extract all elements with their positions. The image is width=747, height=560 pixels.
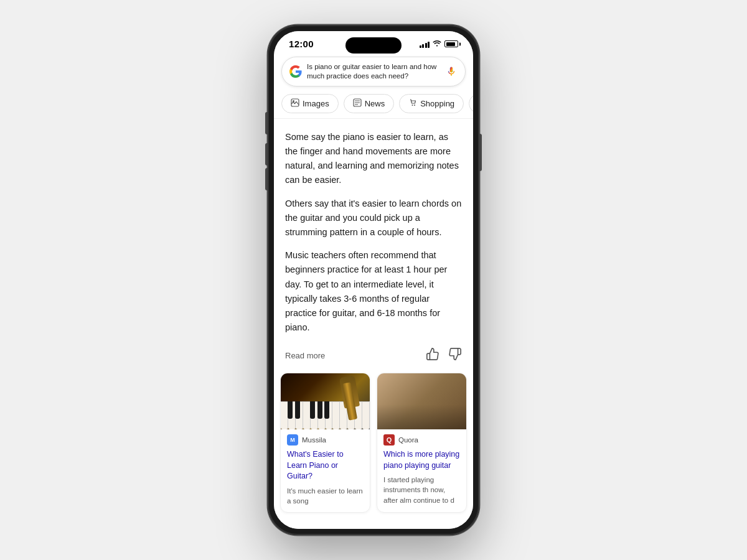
chip-news[interactable]: News [344,94,395,113]
search-bar[interactable]: Is piano or guitar easier to learn and h… [281,57,466,86]
wifi-icon [433,39,441,49]
battery-icon [444,40,458,47]
phone-screen: 12:00 [274,31,473,529]
card-mussila[interactable]: M Mussila What's Easier to Learn Piano o… [280,373,370,513]
phone-mockup: 12:00 [268,25,479,535]
svg-point-7 [414,105,415,106]
mussila-snippet: It's much easier to learn a song [281,486,370,512]
mussila-title: What's Easier to Learn Piano or Guitar? [281,448,370,486]
ai-paragraph-3: Music teachers often recommend that begi… [285,248,462,335]
content-area: Some say the piano is easier to learn, a… [274,119,473,529]
chip-images[interactable]: Images [281,94,339,113]
thumbs-down-button[interactable] [448,347,462,364]
read-more-button[interactable]: Read more [285,351,325,360]
shopping-icon [408,98,417,109]
chip-shopping-label: Shopping [420,99,454,108]
svg-point-6 [412,105,413,106]
images-icon [291,98,299,109]
quora-card-image [377,373,466,429]
card-source-mussila: M Mussila [281,429,370,448]
mussila-name: Mussila [302,436,326,444]
chip-images-label: Images [303,99,329,108]
search-query-text: Is piano or guitar easier to learn and h… [307,62,440,81]
status-bar: 12:00 [274,31,473,53]
svg-point-1 [293,100,294,102]
card-quora[interactable]: Q Quora Which is more playing piano play… [377,373,467,513]
answer-actions: Read more [274,341,473,373]
quora-logo: Q [383,434,395,446]
filter-chips: Images News [274,91,473,119]
quora-snippet: I started playing instruments th now, af… [377,475,466,511]
search-container: Is piano or guitar easier to learn and h… [274,53,473,91]
news-icon [353,98,362,109]
mic-icon[interactable] [445,65,458,78]
mussila-logo: M [287,434,298,446]
thumbs-up-button[interactable] [426,347,439,364]
chip-shopping[interactable]: Shopping [399,94,464,113]
dynamic-island [345,37,402,54]
feedback-icons [426,347,462,364]
ai-paragraph-2: Others say that it's easier to learn cho… [285,197,462,240]
result-cards: M Mussila What's Easier to Learn Piano o… [274,373,473,523]
chip-news-label: News [365,99,385,108]
ai-answer-section: Some say the piano is easier to learn, a… [274,119,473,341]
card-source-quora: Q Quora [377,429,466,448]
chip-videos[interactable]: Vide... [469,94,473,113]
ai-answer-text: Some say the piano is easier to learn, a… [285,130,462,335]
piano-guitar-image [281,373,370,429]
ai-paragraph-1: Some say the piano is easier to learn, a… [285,130,462,188]
signal-icon [420,40,430,48]
quora-name: Quora [398,436,418,444]
quora-title: Which is more playing piano playing guit… [377,448,466,475]
status-icons [420,39,459,49]
google-logo-icon [289,65,302,78]
status-time: 12:00 [289,39,314,49]
